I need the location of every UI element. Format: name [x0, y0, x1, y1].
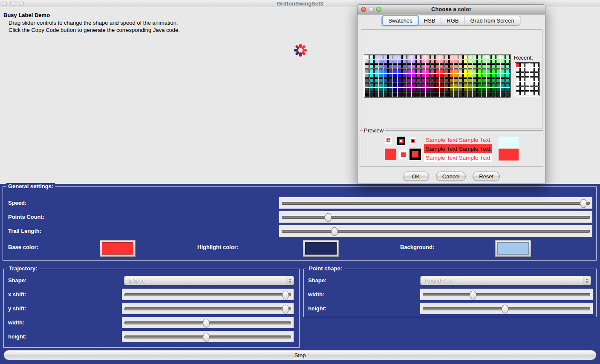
swatch-cell[interactable] [426, 64, 430, 69]
swatch-cell[interactable] [482, 78, 486, 83]
swatch-cell[interactable] [402, 69, 407, 73]
swatch-cell[interactable] [473, 60, 477, 64]
swatch-cell[interactable] [384, 92, 388, 97]
swatch-cell[interactable] [482, 60, 486, 64]
recent-swatch-cell[interactable] [516, 72, 520, 77]
stop-button[interactable]: Stop [3, 350, 597, 360]
swatch-cell[interactable] [365, 55, 369, 59]
swatch-cell[interactable] [416, 60, 421, 64]
swatch-cell[interactable] [435, 69, 439, 73]
swatch-cell[interactable] [374, 64, 378, 69]
swatch-cell[interactable] [435, 88, 439, 92]
swatch-cell[interactable] [501, 92, 505, 97]
swatch-cell[interactable] [430, 60, 435, 64]
swatch-cell[interactable] [482, 64, 486, 69]
swatch-cell[interactable] [477, 92, 482, 97]
swatch-cell[interactable] [468, 78, 472, 83]
background-color-button[interactable] [495, 240, 531, 257]
swatch-cell[interactable] [491, 55, 496, 59]
recent-swatch-cell[interactable] [530, 63, 534, 67]
swatch-cell[interactable] [505, 83, 510, 87]
swatch-cell[interactable] [487, 55, 491, 59]
recent-swatch-cell[interactable] [520, 68, 525, 72]
swatch-cell[interactable] [477, 60, 482, 64]
tab-hsb[interactable]: HSB [418, 16, 441, 25]
swatch-cell[interactable] [440, 64, 444, 69]
recent-swatch-cell[interactable] [534, 77, 539, 81]
recent-swatch-cell[interactable] [525, 91, 529, 95]
swatch-cell[interactable] [379, 92, 383, 97]
swatch-cell[interactable] [477, 83, 482, 87]
swatch-cell[interactable] [496, 92, 500, 97]
swatch-cell[interactable] [501, 88, 505, 92]
swatch-cell[interactable] [459, 78, 463, 83]
slider[interactable] [279, 197, 592, 209]
recent-swatch-cell[interactable] [516, 82, 520, 86]
swatch-cell[interactable] [407, 55, 411, 59]
swatch-cell[interactable] [407, 74, 411, 78]
swatch-cell[interactable] [440, 55, 444, 59]
swatch-cell[interactable] [369, 55, 374, 59]
slider[interactable] [122, 331, 294, 342]
swatch-cell[interactable] [496, 78, 500, 83]
slider[interactable] [122, 289, 294, 300]
swatch-cell[interactable] [444, 60, 449, 64]
recent-swatch-cell[interactable] [516, 91, 520, 95]
swatch-cell[interactable] [365, 69, 369, 73]
swatch-cell[interactable] [402, 88, 407, 92]
swatch-cell[interactable] [388, 55, 392, 59]
swatch-cell[interactable] [487, 69, 491, 73]
recent-swatch-cell[interactable] [534, 86, 539, 91]
swatch-cell[interactable] [449, 78, 453, 83]
swatch-cell[interactable] [393, 83, 397, 87]
slider-thumb[interactable] [325, 213, 332, 222]
swatch-cell[interactable] [393, 78, 397, 83]
slider-track[interactable] [423, 307, 590, 310]
swatch-cell[interactable] [398, 83, 402, 87]
tab-grab-from-screen[interactable]: Grab from Screen [464, 16, 519, 25]
swatch-cell[interactable] [459, 92, 463, 97]
recent-swatch-cell[interactable] [530, 82, 534, 86]
slider-track[interactable] [124, 307, 291, 310]
swatch-cell[interactable] [374, 55, 378, 59]
swatch-cell[interactable] [496, 83, 500, 87]
swatch-cell[interactable] [501, 60, 505, 64]
swatch-cell[interactable] [468, 88, 472, 92]
tab-rgb[interactable]: RGB [441, 16, 464, 25]
resize-grip-icon[interactable] [539, 178, 545, 183]
swatch-cell[interactable] [449, 74, 453, 78]
swatch-cell[interactable] [468, 64, 472, 69]
swatch-cell[interactable] [384, 74, 388, 78]
swatch-cell[interactable] [501, 83, 505, 87]
swatch-cell[interactable] [384, 55, 388, 59]
swatch-cell[interactable] [402, 78, 407, 83]
recent-swatch-cell[interactable] [525, 82, 529, 86]
swatch-cell[interactable] [402, 83, 407, 87]
swatch-cell[interactable] [393, 92, 397, 97]
swatch-cell[interactable] [384, 88, 388, 92]
swatch-cell[interactable] [374, 88, 378, 92]
slider-track[interactable] [124, 335, 291, 338]
slider-thumb[interactable] [502, 304, 508, 313]
swatch-cell[interactable] [426, 78, 430, 83]
recent-swatch-cell[interactable] [534, 63, 539, 67]
swatch-cell[interactable] [440, 92, 444, 97]
recent-swatch-cell[interactable] [516, 77, 520, 81]
swatch-cell[interactable] [487, 83, 491, 87]
swatch-cell[interactable] [435, 60, 439, 64]
swatch-cell[interactable] [421, 55, 425, 59]
swatch-cell[interactable] [440, 69, 444, 73]
swatch-cell[interactable] [505, 60, 510, 64]
recent-swatch-cell[interactable] [525, 63, 529, 67]
swatch-cell[interactable] [435, 78, 439, 83]
swatch-cell[interactable] [463, 60, 467, 64]
swatch-cell[interactable] [393, 69, 397, 73]
slider-track[interactable] [423, 293, 590, 296]
swatch-cell[interactable] [501, 55, 505, 59]
swatch-cell[interactable] [505, 74, 510, 78]
swatch-cell[interactable] [379, 74, 383, 78]
swatch-cell[interactable] [468, 60, 472, 64]
swatch-cell[interactable] [412, 92, 416, 97]
swatch-cell[interactable] [491, 74, 496, 78]
swatch-cell[interactable] [491, 60, 496, 64]
